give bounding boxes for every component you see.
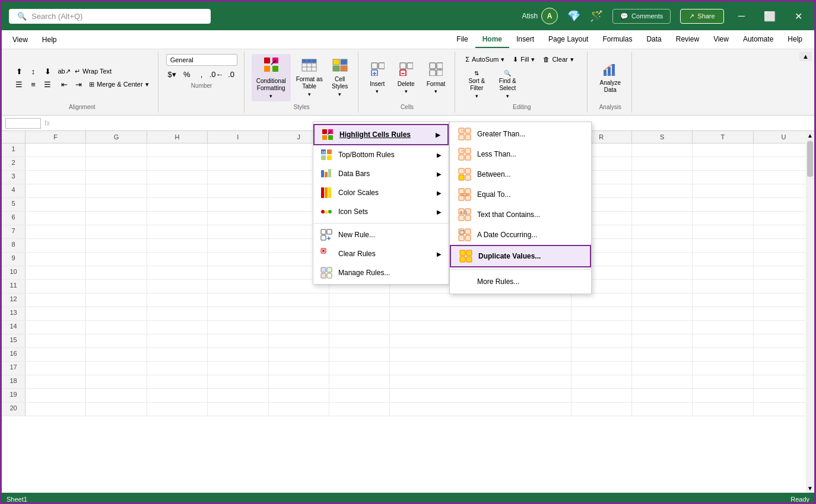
icon-sets-item[interactable]: Icon Sets ▶: [313, 202, 449, 221]
comma-btn[interactable]: ,: [195, 68, 208, 80]
duplicate-values-item[interactable]: Duplicate Values...: [450, 245, 591, 267]
format-btn[interactable]: Format ▾: [423, 59, 449, 97]
ribbon-collapse-btn[interactable]: ▲: [799, 52, 812, 61]
find-dropdown-icon[interactable]: ▾: [506, 93, 509, 99]
equal-to-item[interactable]: Equal To...: [450, 184, 591, 205]
cell-s1[interactable]: [632, 143, 693, 157]
cf-dropdown-icon[interactable]: ▾: [269, 93, 272, 99]
number-format-select[interactable]: General: [166, 54, 237, 66]
comments-header-btn[interactable]: 💬 Comments: [612, 9, 671, 24]
less-than-item[interactable]: < Less Than...: [450, 144, 591, 164]
orientation-btn[interactable]: ab↗: [58, 65, 71, 77]
date-occurring-item[interactable]: A Date Occurring...: [450, 225, 591, 245]
top-bottom-rules-item[interactable]: 10 Top/Bottom Rules ▶: [313, 145, 449, 164]
tab-automate[interactable]: Automate: [736, 31, 780, 48]
percent-btn[interactable]: %: [180, 68, 193, 80]
fill-btn[interactable]: ⬇ Fill ▾: [510, 55, 538, 65]
align-center-btn[interactable]: ≡: [27, 78, 40, 90]
menu-item-help[interactable]: Help: [36, 33, 63, 46]
currency-btn[interactable]: $▾: [166, 68, 179, 80]
tab-insert[interactable]: Insert: [509, 31, 541, 48]
cell-f1[interactable]: [26, 143, 86, 157]
col-i[interactable]: I: [208, 131, 268, 143]
cell-i1[interactable]: [208, 143, 268, 157]
align-left-btn[interactable]: ☰: [12, 78, 26, 90]
tab-page-layout[interactable]: Page Layout: [541, 31, 595, 48]
svg-rect-25: [430, 63, 436, 69]
col-h[interactable]: H: [147, 131, 208, 143]
search-box[interactable]: 🔍 Search (Alt+Q): [9, 9, 211, 24]
cell-styles-btn[interactable]: CellStyles ▾: [328, 56, 352, 100]
sheet-tab[interactable]: Sheet1: [7, 496, 27, 503]
maximize-btn[interactable]: ⬜: [759, 8, 780, 24]
close-btn[interactable]: ✕: [790, 8, 807, 24]
align-top-btn[interactable]: ⬆: [12, 65, 26, 77]
decimal-decrease-btn[interactable]: .0←: [210, 68, 223, 80]
data-bars-item[interactable]: Data Bars ▶: [313, 164, 449, 183]
format-as-table-btn[interactable]: Format asTable ▾: [293, 56, 326, 100]
fill-dropdown-icon[interactable]: ▾: [531, 56, 535, 63]
minimize-btn[interactable]: ─: [734, 8, 750, 24]
col-f[interactable]: F: [26, 131, 86, 143]
cell-g1[interactable]: [86, 143, 147, 157]
vertical-scrollbar[interactable]: ▲ ▼: [806, 131, 814, 493]
analyze-data-btn[interactable]: AnalyzeData: [595, 59, 626, 96]
between-item[interactable]: Between...: [450, 164, 591, 184]
scroll-up-btn[interactable]: ▲: [806, 131, 814, 140]
menu-item-view[interactable]: View: [7, 33, 34, 46]
text-contains-item[interactable]: a Text that Contains...: [450, 205, 591, 225]
delete-btn[interactable]: Delete ▾: [394, 59, 418, 97]
sort-filter-btn[interactable]: ⇅ Sort &Filter ▾: [462, 68, 491, 101]
greater-than-item[interactable]: > Greater Than...: [450, 124, 591, 144]
format-dropdown-icon[interactable]: ▾: [434, 88, 437, 94]
tab-file[interactable]: File: [449, 31, 475, 48]
tab-view[interactable]: View: [706, 31, 736, 48]
clear-dropdown-icon[interactable]: ▾: [570, 56, 574, 63]
find-select-btn[interactable]: 🔍 Find &Select ▾: [493, 68, 522, 101]
tab-data[interactable]: Data: [639, 31, 668, 48]
indent-decrease-btn[interactable]: ⇤: [58, 78, 71, 90]
autosum-dropdown-icon[interactable]: ▾: [501, 56, 504, 63]
align-right-btn[interactable]: ☰: [41, 78, 54, 90]
col-u[interactable]: U: [754, 131, 814, 143]
align-bottom-btn[interactable]: ⬇: [41, 65, 54, 77]
wrap-text-btn[interactable]: ↵ Wrap Text: [72, 66, 115, 76]
merge-center-btn[interactable]: ⊞ Merge & Center ▾: [86, 79, 152, 90]
tab-help[interactable]: Help: [780, 31, 809, 48]
clear-btn[interactable]: 🗑 Clear ▾: [540, 55, 576, 65]
magic-icon[interactable]: 🪄: [590, 9, 603, 23]
autosum-btn[interactable]: Σ AutoSum ▾: [462, 55, 507, 65]
tab-home[interactable]: Home: [475, 31, 509, 48]
new-rule-item[interactable]: New Rule...: [313, 225, 449, 244]
cell-u1[interactable]: [754, 143, 814, 157]
tab-formulas[interactable]: Formulas: [595, 31, 639, 48]
highlight-cells-rules-item[interactable]: Highlight Cells Rules ▶: [313, 124, 449, 145]
share-header-btn[interactable]: ↗ Share: [680, 9, 723, 24]
insert-dropdown-icon[interactable]: ▾: [376, 88, 379, 94]
decimal-increase-btn[interactable]: .0: [225, 68, 238, 80]
user-avatar[interactable]: Atish A: [522, 8, 558, 24]
align-middle-btn[interactable]: ↕: [27, 65, 40, 77]
conditional-formatting-btn[interactable]: ConditionalFormatting ▾: [252, 54, 291, 101]
more-rules-item[interactable]: More Rules...: [450, 272, 591, 292]
clear-rules-item[interactable]: Clear Rules ▶: [313, 244, 449, 263]
fat-dropdown-icon[interactable]: ▾: [308, 91, 311, 97]
color-scales-item[interactable]: Color Scales ▶: [313, 183, 449, 202]
tab-review[interactable]: Review: [669, 31, 706, 48]
manage-rules-item[interactable]: Manage Rules...: [313, 263, 449, 282]
col-g[interactable]: G: [86, 131, 147, 143]
col-s[interactable]: S: [632, 131, 693, 143]
merge-dropdown-icon[interactable]: ▾: [145, 81, 149, 88]
name-box[interactable]: [5, 118, 41, 129]
col-t[interactable]: T: [693, 131, 753, 143]
scroll-thumb[interactable]: [807, 141, 813, 177]
cs-dropdown-icon[interactable]: ▾: [338, 91, 341, 97]
cell-t1[interactable]: [693, 143, 753, 157]
sort-dropdown-icon[interactable]: ▾: [475, 93, 478, 99]
delete-dropdown-icon[interactable]: ▾: [405, 88, 408, 94]
scroll-down-btn[interactable]: ▼: [806, 484, 814, 493]
cell-h1[interactable]: [147, 143, 208, 157]
indent-increase-btn[interactable]: ⇥: [72, 78, 85, 90]
diamond-icon[interactable]: 💎: [567, 9, 580, 23]
insert-btn[interactable]: Insert ▾: [366, 59, 389, 97]
